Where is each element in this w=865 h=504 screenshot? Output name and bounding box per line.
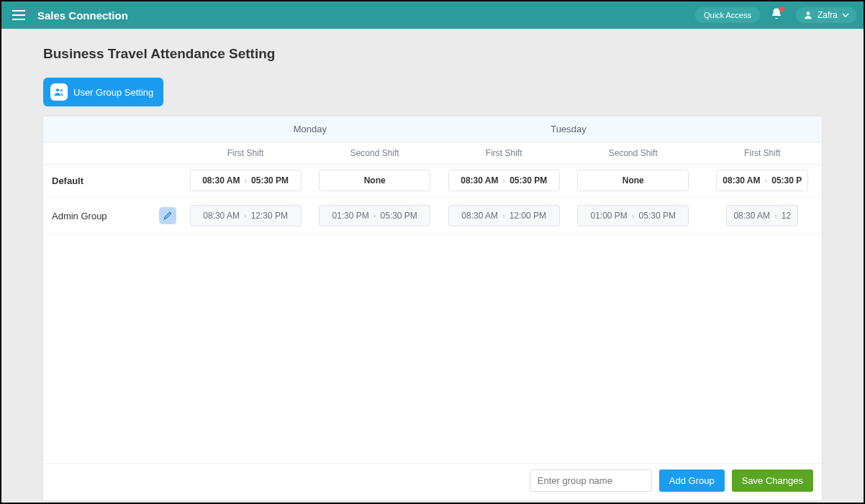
quick-access-button[interactable]: Quick Access: [695, 7, 760, 23]
shift-none[interactable]: None: [319, 170, 430, 191]
edit-icon[interactable]: [159, 207, 176, 224]
user-group-setting-button[interactable]: User Group Setting: [43, 78, 163, 106]
shift-header: First Shift: [698, 142, 823, 165]
time-range[interactable]: 08:30 AM › 12:30 PM: [190, 205, 302, 226]
add-group-button[interactable]: Add Group: [659, 469, 725, 492]
notifications-icon[interactable]: [770, 7, 786, 23]
chevron-right-icon: ›: [502, 176, 505, 185]
day-header-tuesday: Tuesday: [439, 116, 697, 142]
user-group-icon: [50, 83, 68, 101]
table-row: Admin Group 08:30 AM ›: [43, 197, 822, 235]
group-name-input[interactable]: [530, 469, 652, 492]
time-range[interactable]: 08:30 AM › 12:00 PM: [448, 205, 560, 226]
menu-icon[interactable]: [9, 5, 29, 25]
chevron-right-icon: ›: [774, 211, 777, 220]
chevron-right-icon: ›: [765, 176, 768, 185]
day-header-monday: Monday: [181, 116, 439, 142]
save-changes-button[interactable]: Save Changes: [732, 469, 813, 492]
user-group-setting-label: User Group Setting: [73, 87, 153, 98]
page-title: Business Travel Attendance Setting: [43, 46, 822, 62]
shift-header: Second Shift: [310, 142, 440, 165]
time-range[interactable]: 08:30 AM › 05:30 PM: [448, 170, 560, 191]
content-area: Business Travel Attendance Setting User …: [1, 29, 864, 503]
chevron-right-icon: ›: [244, 211, 247, 220]
panel-footer: Add Group Save Changes: [43, 463, 822, 500]
topbar: Sales Connection Quick Access Zafra: [1, 1, 864, 29]
svg-point-4: [56, 88, 59, 91]
group-name: Default: [52, 175, 83, 186]
brand-title: Sales Connection: [37, 9, 128, 22]
day-header-wednesday-partial: V: [698, 116, 823, 142]
svg-point-3: [807, 12, 810, 15]
shift-header: First Shift: [439, 142, 569, 165]
chevron-right-icon: ›: [502, 211, 505, 220]
shift-header: Second Shift: [569, 142, 698, 165]
chevron-down-icon: [842, 12, 849, 19]
chevron-right-icon: ›: [632, 211, 635, 220]
chevron-right-icon: ›: [244, 176, 247, 185]
user-name: Zafra: [818, 10, 838, 20]
shift-header: First Shift: [181, 142, 310, 165]
group-name: Admin Group: [52, 211, 107, 221]
user-icon: [803, 10, 813, 20]
schedule-table: Monday Tuesday V Action First Shift Seco…: [43, 116, 822, 235]
schedule-panel: Monday Tuesday V Action First Shift Seco…: [43, 116, 822, 500]
time-range[interactable]: 01:30 PM › 05:30 PM: [319, 205, 430, 226]
time-range[interactable]: 08:30 AM › 05:30 P: [716, 170, 808, 191]
notification-dot: [779, 6, 784, 12]
table-scroll[interactable]: Monday Tuesday V Action First Shift Seco…: [43, 116, 822, 235]
user-menu[interactable]: Zafra: [796, 7, 856, 23]
time-range[interactable]: 08:30 AM › 12: [726, 205, 798, 226]
chevron-right-icon: ›: [373, 211, 376, 220]
svg-point-5: [60, 89, 63, 91]
time-range[interactable]: 08:30 AM › 05:30 PM: [190, 170, 302, 191]
time-range[interactable]: 01:00 PM › 05:30 PM: [577, 205, 689, 226]
shift-none[interactable]: None: [577, 170, 689, 191]
table-row: Default 08:30 AM › 05:30 PM None: [43, 165, 822, 197]
app-frame: Sales Connection Quick Access Zafra Busi…: [0, 0, 865, 504]
